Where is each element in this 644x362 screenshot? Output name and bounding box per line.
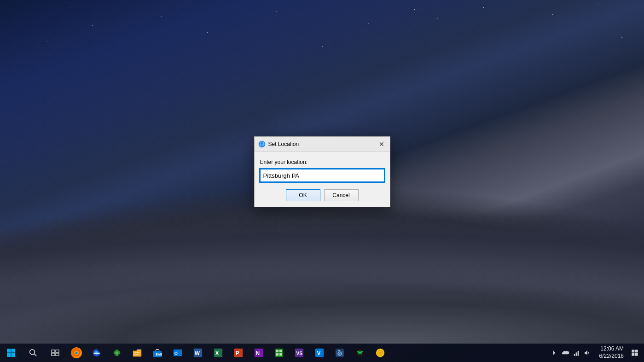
svg-rect-38: [275, 349, 283, 357]
start-button[interactable]: [0, 344, 22, 362]
taskbar-app-store[interactable]: BAG: [147, 344, 168, 362]
svg-point-8: [30, 350, 35, 355]
onedrive-icon[interactable]: [560, 344, 571, 362]
svg-text:X: X: [215, 350, 219, 356]
firefox-icon: [71, 347, 82, 358]
svg-rect-51: [338, 350, 340, 351]
svg-rect-11: [56, 350, 59, 352]
svg-rect-63: [635, 353, 638, 356]
taskbar-apps: BAG O W: [66, 344, 549, 362]
svg-rect-10: [52, 350, 55, 352]
cancel-button[interactable]: Cancel: [324, 189, 359, 201]
svg-line-9: [34, 354, 36, 356]
svg-rect-39: [276, 350, 279, 353]
taskbar-app-powerpoint[interactable]: P: [228, 344, 249, 362]
svg-rect-24: [134, 354, 139, 355]
clock-time: 12:06 AM: [600, 345, 624, 353]
svg-rect-61: [635, 350, 638, 352]
taskbar-app-onenote[interactable]: N: [249, 344, 269, 362]
svg-rect-42: [279, 353, 282, 356]
taskbar-app-vscode[interactable]: VS: [289, 344, 309, 362]
svg-rect-4: [7, 349, 11, 353]
explorer-icon: [132, 347, 143, 358]
search-icon: [29, 349, 37, 357]
svg-text:BAG: BAG: [156, 353, 162, 356]
svg-text:VS: VS: [296, 351, 303, 356]
svg-rect-58: [576, 352, 577, 356]
edge-icon: [91, 347, 102, 358]
spotify-icon: [354, 347, 366, 358]
taskbar-app-visio[interactable]: V: [309, 344, 330, 362]
outlook-icon: O: [172, 347, 183, 358]
svg-text:N: N: [256, 350, 260, 356]
taskbar-app-outlook[interactable]: O: [168, 344, 188, 362]
powerpoint-icon: P: [233, 347, 244, 358]
search-button[interactable]: [22, 344, 44, 362]
visio-icon: V: [314, 347, 325, 358]
desktop: Set Location ✕ Enter your location: OK C…: [0, 0, 644, 362]
dialog-buttons: OK Cancel: [260, 189, 384, 201]
camera-icon: [334, 347, 345, 358]
svg-rect-7: [12, 353, 16, 357]
taskbar-app-word[interactable]: W: [188, 344, 208, 362]
svg-rect-41: [276, 353, 279, 356]
dialog-overlay: Set Location ✕ Enter your location: OK C…: [0, 0, 644, 344]
svg-marker-56: [553, 350, 556, 355]
task-view-button[interactable]: [44, 344, 66, 362]
svg-rect-22: [133, 350, 141, 356]
dialog-close-button[interactable]: ✕: [377, 140, 386, 149]
svg-point-55: [379, 351, 382, 354]
taskbar-app-clover[interactable]: [107, 344, 127, 362]
dialog-titlebar: Set Location ✕: [255, 137, 390, 152]
svg-rect-6: [7, 353, 11, 357]
svg-text:O: O: [174, 351, 178, 356]
svg-rect-29: [178, 350, 182, 356]
svg-rect-40: [279, 350, 282, 353]
clover-icon: [111, 347, 122, 358]
show-hidden-icons-button[interactable]: [549, 344, 560, 362]
taskbar-app-camera[interactable]: [330, 344, 350, 362]
taskbar-app-spotify[interactable]: [350, 344, 370, 362]
set-location-dialog: Set Location ✕ Enter your location: OK C…: [254, 136, 390, 207]
svg-rect-57: [574, 354, 575, 356]
svg-rect-5: [12, 349, 16, 353]
location-icon: [258, 140, 266, 148]
svg-point-21: [116, 351, 118, 354]
green-app-icon: [273, 347, 284, 358]
system-tray: 12:06 AM 6/22/2018: [549, 344, 644, 362]
taskbar-app-firefox[interactable]: [66, 344, 87, 362]
taskbar-app-excel[interactable]: X: [208, 344, 228, 362]
svg-rect-13: [56, 353, 59, 356]
dialog-input-label: Enter your location:: [260, 159, 384, 165]
svg-rect-62: [632, 353, 634, 356]
svg-rect-12: [52, 353, 55, 356]
task-view-icon: [51, 349, 59, 357]
taskbar-app-explorer[interactable]: [127, 344, 147, 362]
cortana-icon: [375, 347, 386, 358]
notification-center-button[interactable]: [627, 344, 642, 362]
svg-point-50: [339, 353, 341, 355]
taskbar-app-edge[interactable]: [87, 344, 107, 362]
svg-text:P: P: [236, 350, 239, 356]
taskbar-app-cortana[interactable]: [370, 344, 390, 362]
word-icon: W: [192, 347, 203, 358]
location-input[interactable]: [260, 169, 384, 182]
clock-date: 6/22/2018: [599, 353, 624, 360]
dialog-title-left: Set Location: [258, 140, 299, 148]
taskbar-clock[interactable]: 12:06 AM 6/22/2018: [593, 344, 627, 362]
taskbar-app-green[interactable]: [269, 344, 289, 362]
network-icon[interactable]: [571, 344, 582, 362]
store-icon: BAG: [152, 347, 163, 358]
ok-button[interactable]: OK: [286, 189, 320, 201]
volume-icon[interactable]: [582, 344, 593, 362]
onenote-icon: N: [253, 347, 264, 358]
svg-rect-60: [632, 350, 634, 352]
dialog-title-text: Set Location: [268, 141, 299, 147]
svg-rect-23: [134, 352, 140, 353]
dialog-body: Enter your location: OK Cancel: [255, 152, 390, 207]
svg-text:W: W: [195, 350, 200, 356]
windows-icon: [6, 348, 16, 357]
vscode-icon: VS: [294, 347, 305, 358]
svg-text:V: V: [317, 350, 321, 356]
taskbar: BAG O W: [0, 344, 644, 362]
